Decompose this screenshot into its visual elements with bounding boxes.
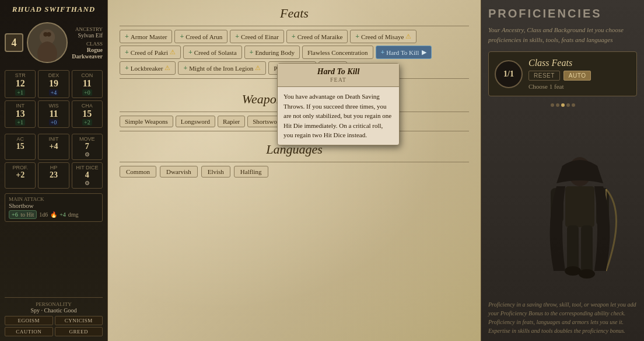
stat-str: STR 12 +1 <box>5 70 36 98</box>
sec-stat-hp: HP 23 <box>38 162 69 189</box>
level-badge: 4 <box>5 33 23 52</box>
sec-stat-prof: PROF. +2 <box>5 162 36 189</box>
class-feats-title: Class Feats <box>528 58 631 68</box>
scroll-dot-5 <box>572 103 575 107</box>
svg-point-1 <box>37 41 57 63</box>
feat-creed-arun[interactable]: + Creed of Arun <box>174 30 228 43</box>
scroll-dots <box>488 103 637 107</box>
feat-hard-to-kill[interactable]: + Hard To Kill ▶ <box>376 46 432 59</box>
stat-dex: DEX 19 +4 <box>38 70 69 98</box>
to-hit-badge: +6 to Hit <box>9 210 37 219</box>
right-panel: PROFICIENCIES Your Ancestry, Class and B… <box>481 0 644 341</box>
choose-feat-label: Choose 1 feat <box>528 83 631 90</box>
sec-stat-move: MOVE 7 ⚙ <box>72 134 103 160</box>
feat-enduring-body[interactable]: + Enduring Body <box>244 46 300 59</box>
avatar <box>27 22 68 63</box>
main-attack: MAIN ATTACK Shortbow +6 to Hit 1d6 🔥 +4 … <box>5 193 103 222</box>
reset-button[interactable]: RESET <box>528 71 560 81</box>
feats-title: Feats <box>120 6 469 21</box>
feat-flawless-concentration[interactable]: Flawless Concentration <box>302 46 373 59</box>
languages-section: Languages Common Dwarvish Elvish Halflin… <box>108 138 481 185</box>
class-feats-box: 1/1 Class Feats RESET AUTO Choose 1 feat <box>488 51 637 96</box>
scroll-dot-3 <box>561 103 565 107</box>
lang-elvish[interactable]: Elvish <box>201 166 230 178</box>
character-header: Rhuad Swifthand <box>5 5 103 14</box>
personality-section: PERSONALITY Spy · Chaotic Good EGOISM CY… <box>5 297 103 336</box>
personality-tag-cynicism[interactable]: CYNICISM <box>55 316 103 325</box>
lang-common[interactable]: Common <box>120 166 156 178</box>
svg-rect-5 <box>565 186 594 227</box>
proficiencies-bottom-text: Proficiency in a saving throw, skill, to… <box>488 300 637 335</box>
sec-stat-hitdice: HIT DICE 4 ⚙ <box>72 162 103 189</box>
stats-grid: STR 12 +1 DEX 19 +4 CON 11 +0 INT 13 +1 … <box>5 70 103 128</box>
svg-rect-8 <box>567 225 579 272</box>
feat-armor-master[interactable]: + Armor Master <box>120 30 172 43</box>
feat-creed-einar[interactable]: + Creed of Einar <box>230 30 284 43</box>
scroll-dot-1 <box>551 103 554 107</box>
stat-int: INT 13 +1 <box>5 100 36 128</box>
stat-con: CON 11 +0 <box>72 70 103 98</box>
stat-wis: WIS 11 +0 <box>38 100 69 128</box>
class-feats-actions: RESET AUTO <box>528 71 631 81</box>
feat-creed-maraike[interactable]: + Creed of Maraike <box>286 30 348 43</box>
class-feats-info: Class Feats RESET AUTO Choose 1 feat <box>528 58 631 90</box>
svg-point-11 <box>579 269 595 279</box>
weapon-longsword[interactable]: Longsword <box>176 116 215 127</box>
fraction-badge: 1/1 <box>495 60 523 88</box>
tooltip-feat-type: Feat <box>284 76 393 83</box>
secondary-stats: AC 15 INIT +4 MOVE 7 ⚙ PROF. +2 HP 23 HI… <box>5 134 103 189</box>
lang-dwarvish[interactable]: Dwarvish <box>160 166 198 178</box>
scroll-dot-4 <box>566 103 570 107</box>
auto-button[interactable]: AUTO <box>564 71 592 81</box>
scroll-dot-2 <box>556 103 559 107</box>
proficiencies-desc: Your Ancestry, Class and Background let … <box>488 25 637 44</box>
personality-tags: EGOISM CYNICISM CAUTION GREED <box>5 316 103 336</box>
sec-stat-init: INIT +4 <box>38 134 69 160</box>
proficiencies-title: PROFICIENCIES <box>488 7 637 20</box>
weapon-rapier[interactable]: Rapier <box>218 116 245 127</box>
character-name: Rhuad Swifthand <box>5 5 103 14</box>
weapon-simple[interactable]: Simple Weapons <box>120 116 173 127</box>
tooltip-body: You have advantage on Death Saving Throw… <box>278 87 399 145</box>
tooltip-header: Hard To Kill Feat <box>278 64 399 87</box>
feat-creed-misaye[interactable]: + Creed of Misaye ⚠ <box>350 30 416 43</box>
lang-halfling[interactable]: Halfling <box>234 166 268 178</box>
character-avatar-container: 4 ANCESTRY Sylvan Elf CLASS Rogue Darkwe… <box>5 22 103 63</box>
svg-point-3 <box>47 32 51 37</box>
personality-tag-egoism[interactable]: EGOISM <box>5 316 53 325</box>
main-content: Feats + Armor Master + Creed of Arun + C… <box>108 0 481 341</box>
feat-creed-pakri[interactable]: + Creed of Pakri ⚠ <box>120 46 181 59</box>
left-panel: Rhuad Swifthand 4 ANCESTRY Sylvan Elf CL… <box>0 0 108 341</box>
lang-tags: Common Dwarvish Elvish Halfling <box>120 166 469 178</box>
sec-stat-ac: AC 15 <box>5 134 36 160</box>
ancestry-class: ANCESTRY Sylvan Elf CLASS Rogue Darkweav… <box>71 26 103 60</box>
feat-creed-solasta[interactable]: + Creed of Solasta <box>183 46 242 59</box>
svg-rect-9 <box>581 225 593 275</box>
feat-tooltip: Hard To Kill Feat You have advantage on … <box>277 63 400 145</box>
stat-cha: CHA 15 +2 <box>72 100 103 128</box>
personality-tag-greed[interactable]: GREED <box>55 327 103 336</box>
tooltip-feat-name: Hard To Kill <box>284 67 393 76</box>
feat-might-iron-legion[interactable]: + Might of the Iron Legion ⚠ <box>178 61 266 75</box>
personality-tag-caution[interactable]: CAUTION <box>5 327 53 336</box>
feat-lockbreaker[interactable]: + Lockbreaker ⚠ <box>120 61 176 75</box>
svg-point-10 <box>565 266 581 276</box>
